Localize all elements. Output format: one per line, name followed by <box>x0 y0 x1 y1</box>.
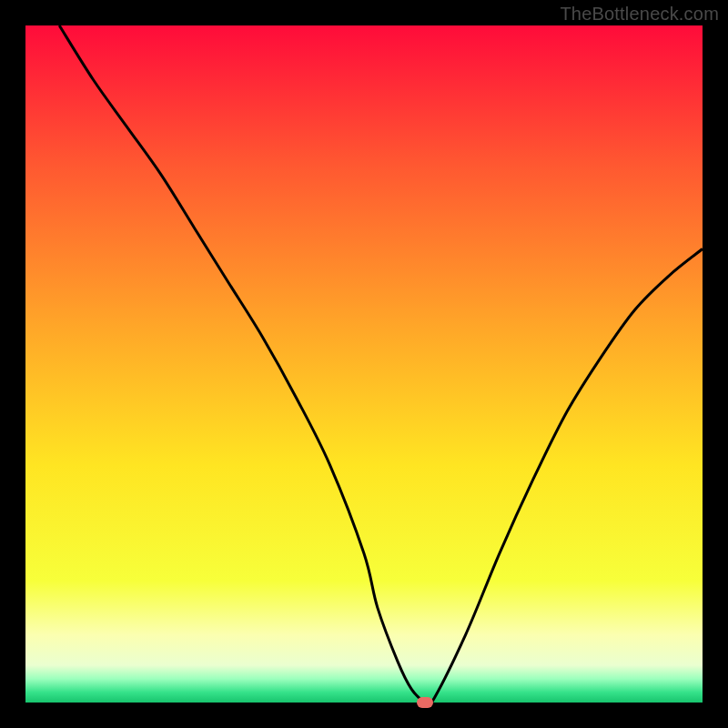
bottleneck-curve <box>25 25 703 703</box>
watermark-label: TheBottleneck.com <box>560 4 719 25</box>
chart-frame: TheBottleneck.com <box>0 0 728 728</box>
bottleneck-marker <box>417 697 433 708</box>
plot-area <box>25 25 703 703</box>
